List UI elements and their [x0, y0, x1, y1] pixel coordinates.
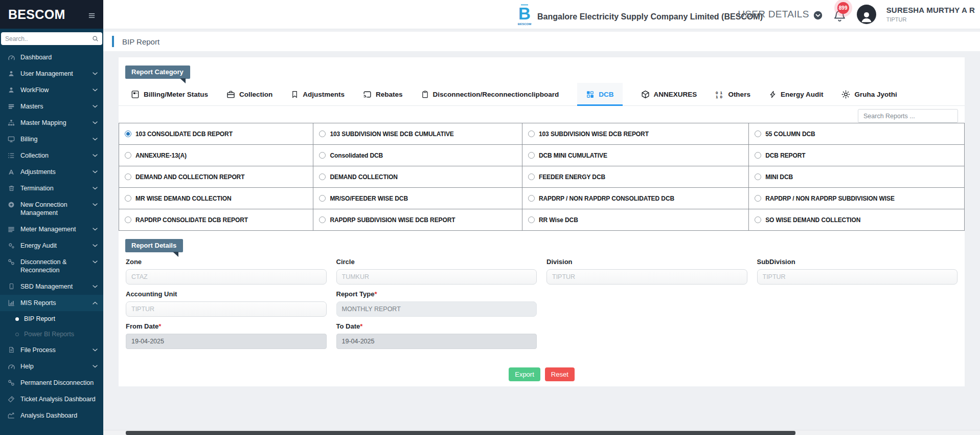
user-details-label: USER DETAILS [738, 9, 809, 20]
sidebar-item-collection[interactable]: Collection [0, 147, 103, 164]
radio-unselected-icon[interactable] [528, 152, 535, 159]
division-input[interactable] [546, 269, 747, 285]
sidebar-item-mis-reports[interactable]: MIS Reports [0, 295, 103, 311]
sidebar-item-termination[interactable]: Termination [0, 180, 103, 197]
sidebar-item-disconnection-reconnection[interactable]: Disconnection & Reconnection [0, 254, 103, 278]
tab-adjustments[interactable]: Adjustments [291, 83, 345, 106]
report-option-rapdrp-non-rapdrp-consolidated-dcb[interactable]: RAPDRP / NON RAPDRP CONSOLIDATED DCB [522, 188, 749, 209]
sidebar-subitem-power-bi-reports[interactable]: Power BI Reports [0, 327, 103, 342]
horizontal-scrollbar-thumb[interactable] [126, 431, 795, 435]
radio-unselected-icon[interactable] [755, 130, 761, 137]
chevron-down-icon [93, 168, 98, 173]
subdivision-input[interactable] [757, 269, 958, 285]
radio-unselected-icon[interactable] [125, 152, 131, 159]
radio-unselected-icon[interactable] [319, 216, 326, 223]
sidebar-item-sbd-management[interactable]: SBD Management [0, 278, 103, 295]
horizontal-scrollbar[interactable] [103, 430, 980, 435]
sidebar-item-masters[interactable]: Masters [0, 98, 103, 115]
tab-gruha-jyothi[interactable]: Gruha Jyothi [841, 83, 897, 106]
radio-selected-icon[interactable] [125, 130, 131, 137]
radio-unselected-icon[interactable] [755, 216, 761, 223]
tab-disconnection-reconnectionclipboard[interactable]: Disconnection/Reconnectionclipboard [421, 83, 559, 106]
radio-unselected-icon[interactable] [319, 195, 326, 202]
report-option-rapdrp-non-rapdrp-subdivision-wise[interactable]: RAPDRP / NON RAPDRP SUBDIVISION WISE [749, 188, 965, 209]
report-option-55-column-dcb[interactable]: 55 COLUMN DCB [749, 123, 965, 145]
sidebar-item-workflow[interactable]: WorkFlow [0, 82, 103, 98]
sidebar-item-energy-audit[interactable]: Energy Audit [0, 237, 103, 254]
sidebar-item-file-process[interactable]: File Process [0, 342, 103, 358]
tab-others[interactable]: 0110Others [715, 83, 750, 106]
report-option-dcb-report[interactable]: DCB REPORT [749, 145, 965, 166]
radio-unselected-icon[interactable] [319, 130, 326, 137]
sidebar-item-dashboard[interactable]: Dashboard [0, 49, 103, 66]
export-button[interactable]: Export [509, 367, 540, 381]
radio-unselected-icon[interactable] [755, 195, 761, 202]
from-date-input[interactable] [126, 334, 327, 349]
report-option-consolidated-dcb[interactable]: Consolidated DCB [313, 145, 522, 166]
tab-billing-meter-status[interactable]: Billing/Meter Status [131, 83, 208, 106]
chevron-down-icon [93, 135, 98, 141]
sidebar-item-user-management[interactable]: User Management [0, 66, 103, 82]
report-option-demand-collection[interactable]: DEMAND COLLECTION [313, 166, 522, 188]
sidebar-item-analysis-dashboard[interactable]: Analysis Dashboard [0, 407, 103, 424]
tab-label: ANNEXURES [654, 91, 697, 98]
report-option-103-subdivision-wise-dcb-cumulative[interactable]: 103 SUBDIVISION WISE DCB CUMULATIVE [313, 123, 522, 145]
circle-input[interactable] [336, 269, 537, 285]
report-option-mr-wise-demand-collection[interactable]: MR WISE DEMAND COLLECTION [119, 188, 313, 209]
hamburger-icon[interactable] [88, 9, 96, 19]
report-search-input[interactable] [858, 109, 958, 123]
radio-unselected-icon[interactable] [125, 195, 131, 202]
field-accounting-unit: Accounting Unit [126, 285, 327, 317]
report-option-so-wise-demand-collection[interactable]: SO WISE DEMAND COLLECTION [749, 209, 965, 231]
report-option-rapdrp-consolidate-dcb-report[interactable]: RAPDRP CONSOLIDATE DCB REPORT [119, 209, 313, 231]
report-option-103-subdivision-wise-dcb-report[interactable]: 103 SUBDIVISION WISE DCB REPORT [522, 123, 749, 145]
report-type-input[interactable] [336, 301, 537, 317]
reset-button[interactable]: Reset [545, 367, 575, 381]
report-option-rr-wise-dcb[interactable]: RR Wise DCB [522, 209, 749, 231]
report-option-103-consolidate-dcb-report[interactable]: 103 CONSOLIDATE DCB REPORT [119, 123, 313, 145]
tab-label: Energy Audit [781, 91, 824, 98]
radio-unselected-icon[interactable] [528, 216, 535, 223]
radio-unselected-icon[interactable] [528, 173, 535, 180]
tab-dcb[interactable]: DCB [577, 83, 622, 106]
to-date-input[interactable] [336, 334, 537, 349]
sidebar-item-help[interactable]: Help [0, 358, 103, 375]
radio-unselected-icon[interactable] [528, 130, 535, 137]
tab-energy-audit[interactable]: Energy Audit [769, 83, 824, 106]
tab-annexures[interactable]: ANNEXURES [641, 83, 697, 106]
rows-icon [7, 102, 16, 110]
report-option-mini-dcb[interactable]: MINI DCB [749, 166, 965, 188]
report-option-annexure-13-a[interactable]: ANNEXURE-13(A) [119, 145, 313, 166]
radio-unselected-icon[interactable] [125, 216, 131, 223]
radio-unselected-icon[interactable] [755, 173, 761, 180]
sidebar-item-adjustments[interactable]: Adjustments [0, 164, 103, 180]
sidebar-search-input[interactable] [1, 32, 102, 45]
sidebar-item-new-connection-management[interactable]: New Connection Management [0, 197, 103, 221]
radio-unselected-icon[interactable] [319, 173, 326, 180]
avatar[interactable] [857, 5, 876, 24]
sidebar-item-label: Collection [20, 151, 93, 160]
sidebar-item-meter-management[interactable]: Meter Management [0, 221, 103, 237]
radio-unselected-icon[interactable] [319, 152, 326, 159]
report-option-demand-and-collection-report[interactable]: DEMAND AND COLLECTION REPORT [119, 166, 313, 188]
sidebar-item-permanent-disconnection[interactable]: Permanent Disconnection [0, 375, 103, 391]
sidebar-subitem-bip-report[interactable]: BIP Report [0, 311, 103, 327]
report-option-rapdrp-subdivision-wise-dcb-report[interactable]: RAPDRP SUBDIVISION WISE DCB REPORT [313, 209, 522, 231]
report-option-feeder-energy-dcb[interactable]: FEEDER ENERGY DCB [522, 166, 749, 188]
report-option-dcb-mini-cumulative[interactable]: DCB MINI CUMULATIVE [522, 145, 749, 166]
accounting-unit-input[interactable] [126, 301, 327, 317]
search-icon[interactable] [92, 35, 99, 42]
radio-unselected-icon[interactable] [755, 152, 761, 159]
radio-unselected-icon[interactable] [528, 195, 535, 202]
user-details-toggle[interactable]: USER DETAILS [738, 9, 822, 20]
radio-unselected-icon[interactable] [125, 173, 131, 180]
report-option-mr-so-feeder-wise-dcb[interactable]: MR/SO/FEEDER WISE DCB [313, 188, 522, 209]
form-row: Accounting UnitReport Type* [119, 285, 965, 317]
sidebar-item-ticket-analysis-dashboard[interactable]: Ticket Analysis Dashboard [0, 391, 103, 407]
tab-rebates[interactable]: Rebates [363, 83, 403, 106]
tab-collection[interactable]: Collection [226, 83, 272, 106]
notifications-button[interactable]: 899 [833, 9, 847, 25]
sidebar-item-master-mapping[interactable]: Master Mapping [0, 115, 103, 131]
zone-input[interactable] [126, 269, 327, 285]
sidebar-item-billing[interactable]: Billing [0, 131, 103, 147]
